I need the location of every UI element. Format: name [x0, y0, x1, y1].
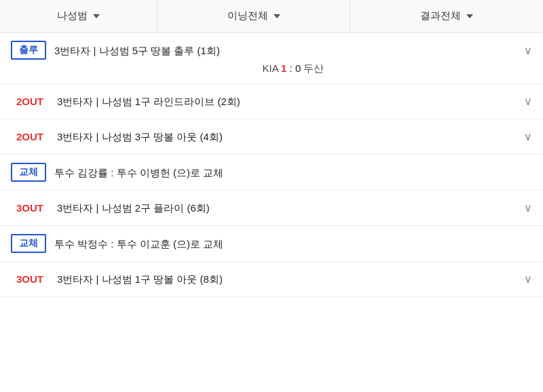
- event-row-main: 출루3번타자 | 나성범 5구 땅볼 출루 (1회)∨: [11, 41, 532, 60]
- event-badge: 3OUT: [11, 271, 49, 288]
- event-row-main: 2OUT3번타자 | 나성범 3구 땅볼 아웃 (4회)∨: [11, 128, 532, 145]
- event-badge: 3OUT: [11, 199, 49, 216]
- event-description: 3번타자 | 나성범 3구 땅볼 아웃 (4회): [57, 130, 517, 144]
- result-filter[interactable]: 결과전체: [350, 0, 543, 32]
- expand-chevron-icon[interactable]: ∨: [524, 273, 532, 286]
- event-row-main: 3OUT3번타자 | 나성범 1구 땅볼 아웃 (8회)∨: [11, 271, 532, 288]
- event-description: 투수 김강률 : 투수 이병헌 (으)로 교체: [54, 165, 532, 180]
- event-badge: 2OUT: [11, 93, 49, 110]
- player-filter[interactable]: 나성범: [0, 0, 157, 32]
- event-badge: 교체: [11, 163, 46, 182]
- inning-filter[interactable]: 이닝전체: [157, 0, 351, 32]
- expand-chevron-icon[interactable]: ∨: [524, 201, 532, 214]
- event-badge: 교체: [11, 234, 46, 253]
- event-description: 3번타자 | 나성범 1구 라인드라이브 (2회): [57, 94, 517, 109]
- event-row[interactable]: 출루3번타자 | 나성범 5구 땅볼 출루 (1회)∨KIA 1 : 0 두산: [0, 33, 543, 84]
- expand-chevron-icon[interactable]: ∨: [524, 44, 532, 57]
- event-row[interactable]: 3OUT3번타자 | 나성범 1구 땅볼 아웃 (8회)∨: [0, 262, 543, 297]
- score-separator: :: [286, 62, 295, 74]
- expand-chevron-icon[interactable]: ∨: [524, 130, 532, 143]
- event-description: 3번타자 | 나성범 1구 땅볼 아웃 (8회): [57, 272, 517, 286]
- team1-name: KIA: [263, 62, 282, 74]
- events-list: 출루3번타자 | 나성범 5구 땅볼 출루 (1회)∨KIA 1 : 0 두산2…: [0, 33, 543, 297]
- event-badge: 출루: [11, 41, 46, 60]
- event-badge: 2OUT: [11, 128, 49, 145]
- inning-filter-arrow: [274, 14, 280, 18]
- result-filter-label: 결과전체: [420, 9, 461, 22]
- team2-name: 두산: [301, 62, 324, 74]
- event-row-main: 2OUT3번타자 | 나성범 1구 라인드라이브 (2회)∨: [11, 93, 532, 110]
- player-filter-label: 나성범: [57, 9, 88, 22]
- inning-filter-label: 이닝전체: [227, 9, 268, 22]
- event-row[interactable]: 2OUT3번타자 | 나성범 1구 라인드라이브 (2회)∨: [0, 84, 543, 119]
- player-filter-arrow: [93, 14, 100, 18]
- event-row: 교체투수 박정수 : 투수 이교훈 (으)로 교체: [0, 226, 543, 262]
- expand-chevron-icon[interactable]: ∨: [524, 95, 532, 108]
- event-row[interactable]: 3OUT3번타자 | 나성범 2구 플라이 (6회)∨: [0, 191, 543, 226]
- event-row-main: 교체투수 김강률 : 투수 이병헌 (으)로 교체: [11, 163, 532, 182]
- event-description: 3번타자 | 나성범 5구 땅볼 출루 (1회): [54, 43, 517, 58]
- event-row: 교체투수 김강률 : 투수 이병헌 (으)로 교체: [0, 155, 543, 191]
- event-description: 투수 박정수 : 투수 이교훈 (으)로 교체: [54, 237, 532, 251]
- filter-header: 나성범 이닝전체 결과전체: [0, 0, 543, 33]
- event-description: 3번타자 | 나성범 2구 플라이 (6회): [57, 201, 517, 215]
- score-display: KIA 1 : 0 두산: [11, 62, 532, 75]
- result-filter-arrow: [466, 14, 473, 18]
- event-row[interactable]: 2OUT3번타자 | 나성범 3구 땅볼 아웃 (4회)∨: [0, 119, 543, 155]
- event-row-main: 교체투수 박정수 : 투수 이교훈 (으)로 교체: [11, 234, 532, 253]
- event-row-main: 3OUT3번타자 | 나성범 2구 플라이 (6회)∨: [11, 199, 532, 216]
